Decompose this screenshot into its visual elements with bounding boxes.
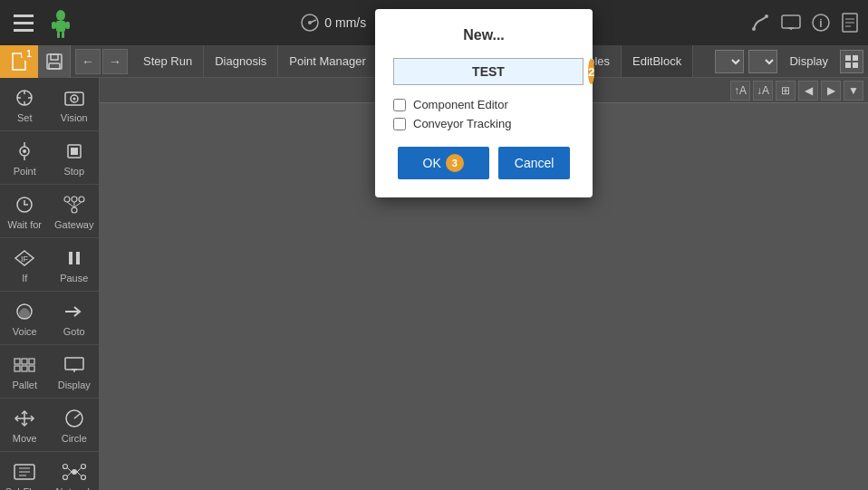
- svg-rect-5: [62, 32, 64, 38]
- sidebar-item-waitfor[interactable]: Wait for: [0, 185, 50, 238]
- nav-next-button[interactable]: ▶: [821, 81, 841, 101]
- if-icon: IF: [9, 245, 40, 271]
- svg-rect-2: [52, 22, 56, 29]
- voice-icon: [9, 299, 40, 324]
- modal-buttons: OK 3 Cancel: [393, 147, 574, 179]
- stop-icon: [59, 139, 90, 164]
- sidebar-item-pause[interactable]: Pause: [50, 238, 100, 292]
- document-icon[interactable]: [841, 13, 859, 33]
- file-badge: 1: [22, 47, 36, 62]
- svg-point-75: [81, 465, 85, 469]
- robot-arm-icon[interactable]: [750, 13, 770, 33]
- speed-display: 0 mm/s: [300, 13, 366, 33]
- sidebar-item-vision[interactable]: Vision: [50, 78, 100, 131]
- svg-rect-28: [845, 62, 851, 68]
- sidebar-label-waitfor: Wait for: [8, 219, 43, 230]
- conveyor-tracking-checkbox[interactable]: [393, 118, 406, 130]
- sidebar-label-circle: Circle: [62, 433, 87, 444]
- menu-icon[interactable]: [9, 10, 38, 36]
- sidebar-item-stop[interactable]: Stop: [50, 131, 100, 185]
- svg-point-48: [72, 207, 77, 213]
- component-editor-checkbox-row[interactable]: Component Editor: [393, 98, 574, 111]
- nav-step-run[interactable]: Step Run: [132, 45, 204, 77]
- sidebar-item-subflow[interactable]: SubFlow: [0, 452, 50, 490]
- sidebar-item-pallet[interactable]: Pallet: [0, 345, 50, 399]
- modal-title: New...: [393, 27, 574, 43]
- svg-rect-4: [57, 32, 60, 38]
- sidebar-item-goto[interactable]: Goto: [50, 292, 100, 345]
- sort-asc-button[interactable]: ↑A: [730, 81, 750, 101]
- svg-line-80: [67, 472, 72, 476]
- nav-back-button[interactable]: ←: [75, 49, 101, 74]
- svg-rect-54: [69, 252, 72, 264]
- nav-display-label: Display: [782, 54, 835, 68]
- svg-point-76: [63, 476, 67, 480]
- sidebar-label-if: If: [22, 273, 27, 283]
- nav-dropdown-2[interactable]: [748, 50, 777, 73]
- svg-rect-3: [65, 22, 70, 29]
- ok-button[interactable]: OK 3: [398, 147, 489, 179]
- sidebar-item-display[interactable]: Display: [50, 345, 100, 399]
- svg-point-47: [79, 197, 84, 202]
- sidebar-label-goto: Goto: [63, 326, 85, 337]
- display-sidebar-icon: [59, 352, 90, 378]
- nav-forward-button[interactable]: →: [102, 49, 128, 74]
- nav-grid-button[interactable]: [840, 50, 863, 73]
- nav-prev-button[interactable]: ◀: [798, 81, 818, 101]
- sidebar-item-point[interactable]: Point: [0, 131, 50, 185]
- sort-desc-button[interactable]: ↓A: [753, 81, 773, 101]
- circle-icon: [59, 406, 90, 431]
- sidebar-item-circle[interactable]: Circle: [50, 399, 100, 452]
- nav-editblock[interactable]: EditBlock: [622, 45, 693, 77]
- svg-text:IF: IF: [21, 255, 29, 264]
- svg-point-77: [81, 476, 85, 480]
- sidebar-item-move[interactable]: Move: [0, 399, 50, 452]
- sidebar-label-voice: Voice: [13, 326, 37, 337]
- info-icon[interactable]: i: [812, 14, 830, 32]
- sidebar-item-set[interactable]: Set: [0, 78, 50, 131]
- svg-rect-29: [853, 62, 858, 68]
- svg-rect-43: [71, 148, 78, 155]
- set-icon: [9, 85, 40, 110]
- sidebar-label-vision: Vision: [61, 112, 88, 123]
- modal-input-wrap: 2: [393, 58, 574, 85]
- dropdown-arrow-button[interactable]: ▼: [844, 81, 863, 101]
- nav-diagnosis[interactable]: Diagnosis: [204, 45, 278, 77]
- svg-point-12: [765, 14, 768, 18]
- svg-rect-55: [76, 252, 80, 264]
- sidebar-label-display: Display: [58, 380, 91, 390]
- svg-point-73: [72, 469, 77, 475]
- zoom-fit-button[interactable]: ⊞: [776, 81, 796, 101]
- point-icon: [9, 139, 40, 164]
- new-name-input[interactable]: [393, 58, 583, 85]
- component-editor-checkbox[interactable]: [393, 99, 406, 111]
- waitfor-icon: [9, 192, 40, 217]
- sidebar-item-voice[interactable]: Voice: [0, 292, 50, 345]
- nav-point-manager[interactable]: Point Manager: [278, 45, 378, 77]
- svg-rect-61: [22, 366, 27, 371]
- svg-rect-62: [29, 366, 34, 371]
- nav-file-button[interactable]: 1: [0, 45, 38, 78]
- main-area: ↑A ↓A ⊞ ◀ ▶ ▼ New... 2: [100, 78, 868, 490]
- svg-rect-26: [845, 55, 851, 61]
- nav-save-button[interactable]: [38, 45, 71, 78]
- pause-icon: [59, 245, 90, 271]
- svg-rect-63: [65, 358, 83, 370]
- nav-dropdown-1[interactable]: [715, 50, 744, 73]
- sidebar: Set Vision Point Stop: [0, 78, 100, 490]
- sidebar-label-move: Move: [13, 433, 37, 444]
- svg-text:i: i: [819, 17, 822, 30]
- display-icon[interactable]: [781, 14, 801, 31]
- svg-rect-58: [22, 359, 27, 364]
- sidebar-item-network[interactable]: Network: [50, 452, 100, 490]
- sidebar-item-if[interactable]: IF If: [0, 238, 50, 292]
- cancel-button[interactable]: Cancel: [498, 147, 571, 179]
- speed-icon: [300, 13, 320, 33]
- ok-badge: 3: [446, 154, 464, 172]
- sidebar-item-gateway[interactable]: Gateway: [50, 185, 100, 238]
- gateway-icon: [59, 192, 90, 217]
- sidebar-label-point: Point: [14, 166, 36, 177]
- sidebar-label-stop: Stop: [63, 166, 84, 177]
- conveyor-tracking-checkbox-row[interactable]: Conveyor Tracking: [393, 117, 574, 130]
- new-dialog: New... 2 Component Editor Conveyor Track…: [375, 9, 593, 197]
